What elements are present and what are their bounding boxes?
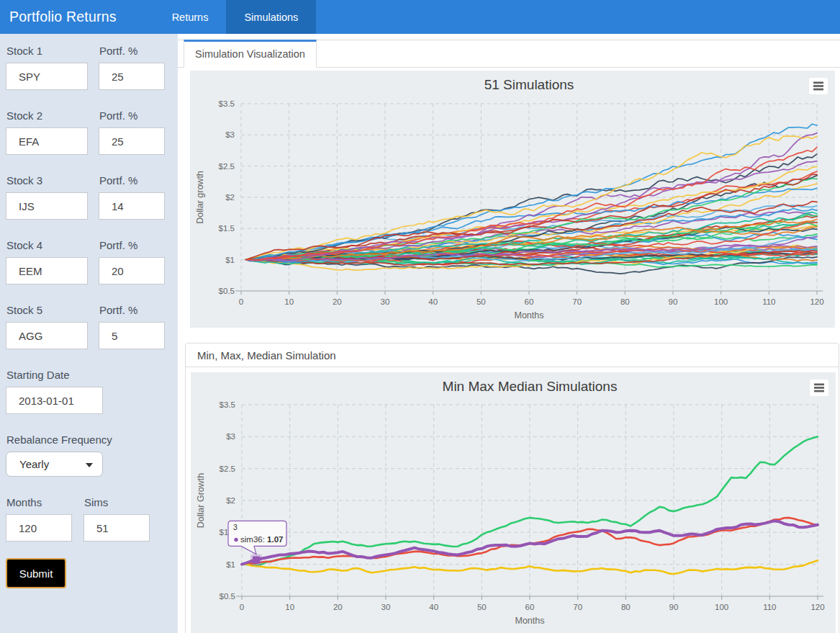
svg-text:$2.5: $2.5 bbox=[219, 162, 235, 171]
min-max-median-panel: Min, Max, Median Simulation 010203040506… bbox=[185, 343, 839, 633]
svg-text:80: 80 bbox=[621, 603, 631, 611]
svg-text:30: 30 bbox=[381, 603, 391, 611]
y-axis-title: Dollar Growth bbox=[196, 473, 206, 528]
svg-text:$0.5: $0.5 bbox=[220, 592, 235, 601]
months-sims-row: Months Sims bbox=[6, 496, 178, 542]
svg-text:$1: $1 bbox=[225, 256, 235, 264]
svg-text:20: 20 bbox=[333, 297, 342, 306]
svg-text:$2: $2 bbox=[225, 193, 235, 202]
stock-4-symbol-input[interactable] bbox=[6, 257, 88, 284]
rebalance-frequency-label: Rebalance Frequency bbox=[6, 434, 178, 446]
stock-2-symbol-input[interactable] bbox=[6, 127, 88, 155]
starting-date-group: Starting Date bbox=[6, 369, 178, 414]
chevron-down-icon bbox=[86, 463, 93, 467]
svg-text:0: 0 bbox=[240, 603, 244, 611]
stock-1-pct-label: Portf. % bbox=[99, 45, 165, 57]
svg-text:$2.5: $2.5 bbox=[220, 464, 235, 473]
sims-input[interactable] bbox=[83, 514, 150, 542]
tab-simulation-visualization-label: Simulation Visualization bbox=[195, 48, 305, 60]
chart-menu-button[interactable] bbox=[809, 78, 828, 94]
tooltip-series-dot bbox=[234, 538, 238, 542]
svg-text:100: 100 bbox=[714, 297, 728, 306]
main-content: Simulation Visualization 010203040506070… bbox=[178, 34, 840, 633]
svg-text:40: 40 bbox=[429, 603, 438, 611]
stock-5-row: Stock 5 Portf. % bbox=[6, 304, 178, 349]
chart-menu-button[interactable] bbox=[810, 380, 828, 396]
svg-text:80: 80 bbox=[620, 297, 630, 306]
stock-4-row: Stock 4 Portf. % bbox=[6, 239, 178, 284]
simulation-lines bbox=[246, 124, 817, 274]
sidebar: Stock 1 Portf. % Stock 2 Portf. % Stock … bbox=[0, 34, 178, 633]
svg-text:90: 90 bbox=[669, 297, 678, 306]
stock-3-label: Stock 3 bbox=[6, 174, 88, 187]
stock-4-percent-input[interactable] bbox=[99, 257, 165, 284]
svg-text:60: 60 bbox=[525, 603, 535, 611]
stock-2-percent-input[interactable] bbox=[99, 127, 165, 155]
starting-date-label: Starting Date bbox=[6, 369, 178, 381]
svg-text:120: 120 bbox=[810, 603, 824, 611]
stock-1-symbol-input[interactable] bbox=[6, 63, 88, 90]
stock-5-symbol-input[interactable] bbox=[6, 322, 88, 349]
svg-text:90: 90 bbox=[669, 603, 679, 611]
chart-title: 51 Simulations bbox=[484, 77, 574, 92]
svg-text:0: 0 bbox=[239, 297, 243, 306]
navbar: Portfolio Returns Returns Simulations bbox=[0, 0, 840, 34]
stock-3-percent-input[interactable] bbox=[99, 192, 165, 220]
stock-1-row: Stock 1 Portf. % bbox=[6, 45, 178, 90]
hamburger-icon bbox=[814, 384, 824, 392]
svg-text:10: 10 bbox=[284, 297, 294, 306]
svg-text:60: 60 bbox=[525, 297, 534, 306]
simulations-chart[interactable]: 0102030405060708090100110120$0.5$1$1.5$2… bbox=[190, 71, 835, 328]
svg-text:$1: $1 bbox=[226, 560, 235, 569]
rebalance-frequency-group: Rebalance Frequency Yearly bbox=[6, 434, 178, 477]
svg-text:$3.5: $3.5 bbox=[219, 99, 235, 108]
svg-text:120: 120 bbox=[810, 297, 823, 306]
svg-text:$3.5: $3.5 bbox=[220, 400, 235, 409]
stock-1-label: Stock 1 bbox=[6, 45, 88, 57]
stock-3-symbol-input[interactable] bbox=[6, 192, 88, 220]
navbar-spacer bbox=[131, 0, 154, 34]
svg-text:30: 30 bbox=[381, 297, 390, 306]
y-axis-title: Dollar growth bbox=[195, 171, 205, 224]
svg-text:70: 70 bbox=[572, 297, 582, 306]
app-brand: Portfolio Returns bbox=[0, 0, 131, 34]
nav-tab-simulations[interactable]: Simulations bbox=[226, 0, 316, 34]
stock-5-label: Stock 5 bbox=[6, 304, 88, 316]
starting-date-input[interactable] bbox=[6, 387, 103, 414]
submit-button[interactable]: Submit bbox=[6, 558, 66, 588]
months-input[interactable] bbox=[6, 514, 72, 542]
sims-label: Sims bbox=[84, 496, 150, 508]
nav-tab-returns[interactable]: Returns bbox=[154, 0, 227, 34]
x-axis-title: Months bbox=[515, 310, 544, 320]
months-label: Months bbox=[6, 496, 72, 508]
rebalance-frequency-select[interactable]: Yearly bbox=[6, 452, 103, 477]
svg-text:100: 100 bbox=[715, 603, 728, 611]
tab-simulation-visualization[interactable]: Simulation Visualization bbox=[184, 40, 317, 68]
stock-2-label: Stock 2 bbox=[6, 109, 88, 122]
svg-text:$3: $3 bbox=[225, 130, 235, 139]
stock-2-row: Stock 2 Portf. % bbox=[6, 109, 178, 155]
x-axis-title: Months bbox=[515, 616, 545, 626]
svg-text:110: 110 bbox=[762, 297, 775, 306]
hamburger-icon bbox=[813, 82, 823, 91]
rebalance-frequency-value: Yearly bbox=[19, 458, 49, 470]
stock-5-percent-input[interactable] bbox=[99, 322, 165, 349]
chart-title: Min Max Median Simulations bbox=[443, 379, 618, 394]
svg-text:$0.5: $0.5 bbox=[219, 287, 235, 295]
svg-text:$2: $2 bbox=[226, 496, 235, 505]
svg-text:$3: $3 bbox=[226, 432, 235, 441]
svg-text:$1.5: $1.5 bbox=[219, 224, 235, 233]
tooltip-x-value: 3 bbox=[233, 523, 238, 531]
hovered-point-marker bbox=[253, 556, 260, 563]
stock-5-pct-label: Portf. % bbox=[99, 304, 165, 316]
svg-text:40: 40 bbox=[428, 297, 438, 306]
stock-3-row: Stock 3 Portf. % bbox=[6, 174, 178, 220]
stock-2-pct-label: Portf. % bbox=[99, 109, 165, 122]
stock-1-percent-input[interactable] bbox=[99, 63, 165, 90]
stock-4-pct-label: Portf. % bbox=[99, 239, 165, 251]
stock-4-label: Stock 4 bbox=[6, 239, 88, 251]
svg-text:50: 50 bbox=[477, 603, 487, 611]
min-max-median-chart[interactable]: 0102030405060708090100110120$0.5$1$1.5$2… bbox=[191, 372, 836, 633]
tooltip-series-value: sim36: 1.07 bbox=[240, 535, 283, 544]
svg-text:70: 70 bbox=[573, 603, 582, 611]
